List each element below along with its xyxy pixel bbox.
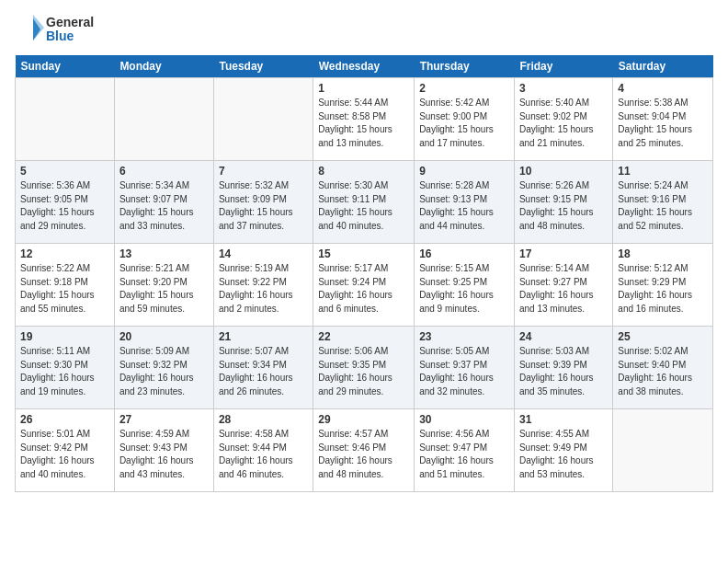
calendar-cell: 26 Sunrise: 5:01 AMSunset: 9:42 PMDaylig… [16, 409, 115, 492]
day-info: Sunrise: 4:55 AMSunset: 9:49 PMDaylight:… [519, 428, 608, 481]
day-number: 1 [318, 82, 409, 95]
day-number: 14 [219, 247, 308, 260]
calendar-cell: 12 Sunrise: 5:22 AMSunset: 9:18 PMDaylig… [16, 244, 115, 327]
day-number: 12 [20, 247, 109, 260]
calendar-cell: 3 Sunrise: 5:40 AMSunset: 9:02 PMDayligh… [514, 78, 612, 161]
calendar-cell: 9 Sunrise: 5:28 AMSunset: 9:13 PMDayligh… [415, 161, 515, 244]
day-header: Wednesday [313, 55, 415, 78]
day-info: Sunrise: 5:38 AMSunset: 9:04 PMDaylight:… [618, 97, 708, 150]
calendar-cell: 29 Sunrise: 4:57 AMSunset: 9:46 PMDaylig… [313, 409, 415, 492]
day-header: Tuesday [213, 55, 313, 78]
day-number: 31 [519, 413, 608, 426]
day-info: Sunrise: 5:34 AMSunset: 9:07 PMDaylight:… [119, 179, 209, 233]
day-header: Friday [514, 55, 612, 78]
day-number: 11 [618, 165, 708, 178]
calendar-cell: 21 Sunrise: 5:07 AMSunset: 9:34 PMDaylig… [213, 327, 313, 409]
day-number: 13 [119, 247, 209, 260]
day-number: 8 [318, 165, 409, 178]
day-number: 21 [219, 330, 308, 343]
day-number: 18 [618, 247, 708, 260]
calendar-cell [613, 409, 713, 492]
day-number: 7 [219, 165, 308, 178]
day-info: Sunrise: 5:05 AMSunset: 9:37 PMDaylight:… [419, 345, 509, 398]
calendar-cell: 11 Sunrise: 5:24 AMSunset: 9:16 PMDaylig… [613, 161, 713, 244]
calendar-cell: 1 Sunrise: 5:44 AMSunset: 8:58 PMDayligh… [313, 78, 415, 161]
day-number: 10 [519, 165, 608, 178]
day-info: Sunrise: 5:24 AMSunset: 9:16 PMDaylight:… [618, 179, 708, 233]
day-number: 23 [419, 330, 509, 343]
day-info: Sunrise: 5:22 AMSunset: 9:18 PMDaylight:… [20, 262, 109, 316]
calendar-cell: 10 Sunrise: 5:26 AMSunset: 9:15 PMDaylig… [514, 161, 612, 244]
svg-marker-1 [33, 15, 44, 40]
day-number: 27 [119, 413, 209, 426]
day-number: 6 [119, 165, 209, 178]
day-number: 30 [419, 413, 509, 426]
calendar-cell: 19 Sunrise: 5:11 AMSunset: 9:30 PMDaylig… [16, 327, 115, 409]
day-number: 20 [119, 330, 209, 343]
day-info: Sunrise: 5:06 AMSunset: 9:35 PMDaylight:… [318, 345, 409, 398]
day-number: 15 [318, 247, 409, 260]
day-info: Sunrise: 5:15 AMSunset: 9:25 PMDaylight:… [419, 262, 509, 316]
calendar-cell: 8 Sunrise: 5:30 AMSunset: 9:11 PMDayligh… [313, 161, 415, 244]
day-info: Sunrise: 4:56 AMSunset: 9:47 PMDaylight:… [419, 428, 509, 481]
day-number: 5 [20, 165, 109, 178]
day-number: 29 [318, 413, 409, 426]
page-header: General Blue [15, 15, 713, 44]
day-info: Sunrise: 5:19 AMSunset: 9:22 PMDaylight:… [219, 262, 308, 316]
day-info: Sunrise: 5:07 AMSunset: 9:34 PMDaylight:… [219, 345, 308, 398]
calendar-cell: 6 Sunrise: 5:34 AMSunset: 9:07 PMDayligh… [114, 161, 213, 244]
day-info: Sunrise: 5:03 AMSunset: 9:39 PMDaylight:… [519, 345, 608, 398]
calendar-cell: 17 Sunrise: 5:14 AMSunset: 9:27 PMDaylig… [514, 244, 612, 327]
calendar-cell: 30 Sunrise: 4:56 AMSunset: 9:47 PMDaylig… [415, 409, 515, 492]
day-info: Sunrise: 5:42 AMSunset: 9:00 PMDaylight:… [419, 97, 509, 150]
calendar-cell: 24 Sunrise: 5:03 AMSunset: 9:39 PMDaylig… [514, 327, 612, 409]
day-info: Sunrise: 4:59 AMSunset: 9:43 PMDaylight:… [119, 428, 209, 481]
calendar-cell: 13 Sunrise: 5:21 AMSunset: 9:20 PMDaylig… [114, 244, 213, 327]
calendar-cell: 18 Sunrise: 5:12 AMSunset: 9:29 PMDaylig… [613, 244, 713, 327]
calendar-cell [213, 78, 313, 161]
day-info: Sunrise: 5:17 AMSunset: 9:24 PMDaylight:… [318, 262, 409, 316]
calendar-cell: 7 Sunrise: 5:32 AMSunset: 9:09 PMDayligh… [213, 161, 313, 244]
day-header: Monday [114, 55, 213, 78]
day-info: Sunrise: 5:44 AMSunset: 8:58 PMDaylight:… [318, 97, 409, 150]
calendar-cell: 28 Sunrise: 4:58 AMSunset: 9:44 PMDaylig… [213, 409, 313, 492]
day-info: Sunrise: 5:12 AMSunset: 9:29 PMDaylight:… [618, 262, 708, 316]
day-info: Sunrise: 5:14 AMSunset: 9:27 PMDaylight:… [519, 262, 608, 316]
day-info: Sunrise: 5:28 AMSunset: 9:13 PMDaylight:… [419, 179, 509, 233]
day-number: 19 [20, 330, 109, 343]
day-header: Saturday [613, 55, 713, 78]
day-number: 28 [219, 413, 308, 426]
calendar-table: SundayMondayTuesdayWednesdayThursdayFrid… [15, 55, 713, 492]
calendar-cell: 15 Sunrise: 5:17 AMSunset: 9:24 PMDaylig… [313, 244, 415, 327]
day-number: 26 [20, 413, 109, 426]
day-number: 24 [519, 330, 608, 343]
day-number: 4 [618, 82, 708, 95]
calendar-cell: 16 Sunrise: 5:15 AMSunset: 9:25 PMDaylig… [415, 244, 515, 327]
calendar-cell: 23 Sunrise: 5:05 AMSunset: 9:37 PMDaylig… [415, 327, 515, 409]
day-number: 22 [318, 330, 409, 343]
day-header: Sunday [16, 55, 115, 78]
day-info: Sunrise: 5:36 AMSunset: 9:05 PMDaylight:… [20, 179, 109, 233]
day-info: Sunrise: 5:11 AMSunset: 9:30 PMDaylight:… [20, 345, 109, 398]
day-number: 3 [519, 82, 608, 95]
day-number: 2 [419, 82, 509, 95]
day-info: Sunrise: 5:32 AMSunset: 9:09 PMDaylight:… [219, 179, 308, 233]
day-number: 17 [519, 247, 608, 260]
day-header: Thursday [415, 55, 515, 78]
day-number: 9 [419, 165, 509, 178]
calendar-cell: 4 Sunrise: 5:38 AMSunset: 9:04 PMDayligh… [613, 78, 713, 161]
day-info: Sunrise: 5:09 AMSunset: 9:32 PMDaylight:… [119, 345, 209, 398]
calendar-cell: 31 Sunrise: 4:55 AMSunset: 9:49 PMDaylig… [514, 409, 612, 492]
calendar-cell [114, 78, 213, 161]
calendar-cell: 22 Sunrise: 5:06 AMSunset: 9:35 PMDaylig… [313, 327, 415, 409]
day-info: Sunrise: 5:21 AMSunset: 9:20 PMDaylight:… [119, 262, 209, 316]
calendar-cell [16, 78, 115, 161]
day-number: 25 [618, 330, 708, 343]
calendar-cell: 14 Sunrise: 5:19 AMSunset: 9:22 PMDaylig… [213, 244, 313, 327]
day-info: Sunrise: 5:02 AMSunset: 9:40 PMDaylight:… [618, 345, 708, 398]
day-info: Sunrise: 4:58 AMSunset: 9:44 PMDaylight:… [219, 428, 308, 481]
day-info: Sunrise: 5:30 AMSunset: 9:11 PMDaylight:… [318, 179, 409, 233]
calendar-cell: 5 Sunrise: 5:36 AMSunset: 9:05 PMDayligh… [16, 161, 115, 244]
day-info: Sunrise: 4:57 AMSunset: 9:46 PMDaylight:… [318, 428, 409, 481]
calendar-cell: 2 Sunrise: 5:42 AMSunset: 9:00 PMDayligh… [415, 78, 515, 161]
